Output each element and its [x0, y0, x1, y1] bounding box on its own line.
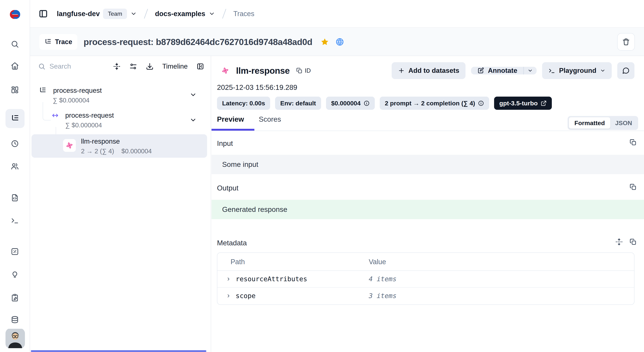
trash-icon	[622, 38, 630, 46]
collapse-node-chevron[interactable]	[190, 91, 197, 98]
terminal-icon	[548, 67, 555, 74]
tree-search[interactable]	[38, 63, 90, 70]
external-link-icon	[541, 100, 547, 106]
environment-badge: Env: default	[275, 97, 321, 110]
chevron-down-icon	[208, 10, 215, 17]
project-switcher[interactable]: docs-examples	[155, 10, 215, 18]
json-option[interactable]: JSON	[610, 120, 637, 127]
tab-preview[interactable]: Preview	[217, 115, 244, 123]
copy-icon	[296, 67, 302, 74]
chevron-down-icon	[600, 68, 606, 73]
metadata-row-resource-attributes[interactable]: › resourceAttributes 4 items	[217, 271, 634, 288]
tracing-nav-active[interactable]	[6, 109, 24, 128]
annotate-button[interactable]: Annotate	[471, 67, 524, 74]
langfuse-app: langfuse-dev Team docs-examples Traces T…	[0, 0, 644, 352]
column-path: Path	[230, 258, 245, 266]
org-name: langfuse-dev	[57, 10, 100, 18]
chat-bubble-icon	[622, 67, 630, 74]
left-nav-rail	[0, 0, 30, 352]
generation-sparkle-icon	[221, 66, 230, 75]
span-arrows-icon	[51, 112, 59, 119]
sidebar-toggle-icon[interactable]	[38, 9, 48, 18]
tabs-divider	[212, 131, 644, 131]
search-nav-icon[interactable]	[11, 40, 19, 48]
expand-row-chevron[interactable]: ›	[227, 275, 230, 283]
collapse-panel-icon[interactable]	[196, 63, 204, 70]
token-usage-badge[interactable]: 2 prompt → 2 completion (∑ 4)	[380, 97, 489, 110]
sessions-nav-icon[interactable]	[11, 139, 19, 148]
trace-title: process-request: b8789d62464dc7627016d97…	[84, 37, 312, 47]
info-icon	[478, 100, 484, 106]
tree-hscrollbar[interactable]	[30, 350, 211, 352]
home-nav-icon[interactable]	[11, 62, 19, 70]
expand-metadata-button[interactable]	[616, 238, 623, 245]
format-toggle: Formatted JSON	[568, 116, 638, 130]
copy-input-button[interactable]	[629, 139, 637, 146]
observation-detail-panel: llm-response ID Add to datasets Annotate	[212, 56, 644, 352]
latency-badge: Latency: 0.00s	[217, 97, 270, 110]
trace-type-badge: Trace	[39, 34, 77, 50]
delete-trace-button[interactable]	[617, 33, 635, 51]
tree-toolbar: Timeline	[38, 61, 204, 72]
detail-actions: Add to datasets Annotate Playground	[392, 62, 634, 79]
tree-node-root[interactable]: process-request ∑ $0.000004	[39, 87, 102, 104]
breadcrumb-separator	[222, 9, 226, 19]
comments-button[interactable]	[617, 62, 634, 79]
org-plan-badge: Team	[103, 8, 127, 19]
list-tree-icon	[11, 114, 20, 123]
breadcrumb-section[interactable]: Traces	[233, 10, 254, 18]
playground-nav-icon[interactable]	[11, 216, 19, 225]
datasets-nav-icon[interactable]	[11, 315, 19, 324]
favorite-star-icon[interactable]	[320, 37, 329, 46]
timeline-toggle[interactable]: Timeline	[162, 63, 188, 70]
breadcrumb-separator	[144, 9, 148, 19]
chevron-down-icon	[528, 68, 533, 73]
observation-tree-panel: Timeline process-request ∑ $0.000004 pro…	[30, 56, 211, 352]
collapse-node-chevron[interactable]	[190, 116, 197, 124]
org-logo-icon[interactable]	[7, 6, 23, 23]
annotate-dropdown-chevron[interactable]	[524, 67, 536, 74]
evaluation-nav-icon[interactable]	[11, 247, 19, 256]
org-switcher[interactable]: langfuse-dev Team	[54, 8, 137, 19]
formatted-option[interactable]: Formatted	[569, 117, 610, 129]
node-cost: $0.000004	[122, 148, 152, 155]
tree-node-generation-selected[interactable]: llm-response 2 → 2 (∑ 4) $0.000004	[32, 134, 207, 158]
playground-button[interactable]: Playground	[542, 62, 612, 79]
node-usage: 2 → 2 (∑ 4)	[81, 148, 114, 155]
search-icon	[38, 63, 46, 70]
breadcrumb: langfuse-dev Team docs-examples Traces	[30, 0, 644, 28]
chevron-down-icon	[130, 10, 137, 17]
tree-search-input[interactable]	[50, 63, 90, 70]
add-to-datasets-button[interactable]: Add to datasets	[392, 62, 466, 79]
insights-nav-icon[interactable]	[11, 270, 19, 279]
list-tree-icon	[39, 87, 46, 94]
annotate-split-button: Annotate	[471, 67, 536, 74]
tree-node-span[interactable]: process-request ∑ $0.000004	[51, 112, 114, 129]
copy-id-button[interactable]: ID	[296, 67, 311, 74]
download-icon[interactable]	[146, 63, 154, 70]
prompts-nav-icon[interactable]	[11, 193, 19, 202]
info-icon	[364, 100, 370, 106]
collapse-all-icon[interactable]	[113, 63, 120, 70]
node-cost: ∑ $0.000004	[65, 122, 114, 129]
output-heading: Output	[217, 184, 238, 192]
metadata-row-scope[interactable]: › scope 3 items	[217, 288, 634, 304]
annotation-queues-nav-icon[interactable]	[11, 293, 19, 302]
copy-output-button[interactable]	[629, 183, 637, 191]
model-badge[interactable]: gpt-3.5-turbo	[494, 97, 552, 110]
plus-icon	[398, 67, 405, 74]
tree-settings-icon[interactable]	[130, 63, 137, 70]
output-content: Generated response	[212, 200, 644, 219]
user-avatar[interactable]	[6, 328, 25, 349]
cost-badge[interactable]: $0.000004	[326, 97, 375, 110]
expand-row-chevron[interactable]: ›	[227, 292, 230, 300]
users-nav-icon[interactable]	[11, 162, 19, 171]
tab-scores[interactable]: Scores	[259, 115, 281, 123]
copy-metadata-button[interactable]	[629, 238, 637, 245]
dashboards-nav-icon[interactable]	[11, 86, 19, 94]
scrollbar-thumb[interactable]	[31, 350, 206, 352]
generation-icon-tile	[63, 139, 76, 152]
public-globe-icon[interactable]	[336, 37, 344, 46]
metadata-table: Path Value › resourceAttributes 4 items …	[217, 252, 634, 305]
list-tree-icon	[44, 38, 52, 45]
